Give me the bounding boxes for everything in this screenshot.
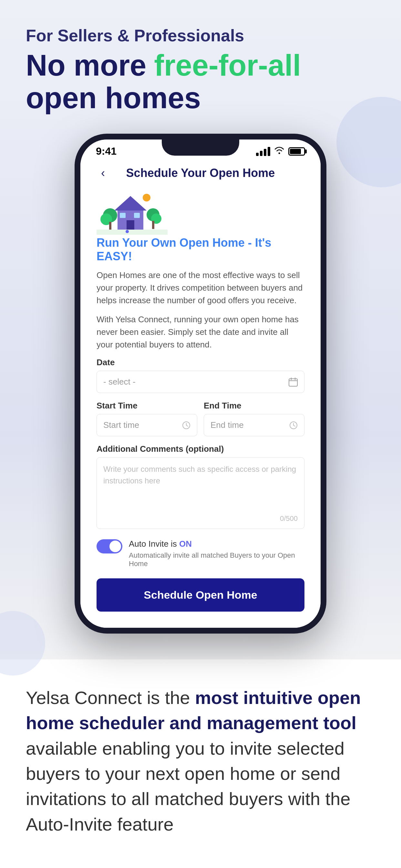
date-placeholder-text: - select - xyxy=(103,377,135,387)
clock-icon-end xyxy=(289,421,298,430)
section-title: Run Your Own Open Home - It's EASY! xyxy=(96,236,305,263)
title-part1: No more xyxy=(26,49,146,82)
svg-marker-2 xyxy=(114,196,147,211)
comments-textarea[interactable]: Write your comments such as specific acc… xyxy=(96,457,305,529)
svg-point-13 xyxy=(126,230,129,233)
signal-bar-4 xyxy=(268,147,270,156)
svg-rect-3 xyxy=(127,220,134,230)
svg-line-20 xyxy=(186,425,188,426)
time-row: Start Time Start time E xyxy=(96,401,305,436)
svg-rect-4 xyxy=(120,213,126,218)
phone-screen: 9:41 xyxy=(81,140,320,627)
description-2: With Yelsa Connect, running your own ope… xyxy=(96,313,305,351)
end-time-placeholder: End time xyxy=(211,420,244,430)
house-illustration xyxy=(96,190,305,236)
nav-title: Schedule Your Open Home xyxy=(126,166,275,180)
bottom-text-plain2: available enabling you to invite selecte… xyxy=(26,738,350,834)
bottom-text: Yelsa Connect is the most intuitive open… xyxy=(26,685,375,837)
clock-icon-start xyxy=(182,421,190,430)
toggle-label: Auto Invite is ON xyxy=(129,538,305,550)
status-time: 9:41 xyxy=(96,145,117,157)
page-wrapper: For Sellers & Professionals No more free… xyxy=(0,0,401,868)
header-section: For Sellers & Professionals No more free… xyxy=(0,26,401,114)
back-chevron-icon: ‹ xyxy=(101,166,105,180)
svg-rect-5 xyxy=(134,213,140,218)
svg-rect-8 xyxy=(109,222,112,230)
auto-invite-row: Auto Invite is ON Automatically invite a… xyxy=(96,538,305,568)
start-time-placeholder: Start time xyxy=(103,420,139,430)
title-part2: open homes xyxy=(26,82,375,114)
title-highlight: free-for-all xyxy=(154,49,301,82)
signal-bar-1 xyxy=(256,153,258,156)
signal-bar-2 xyxy=(260,151,263,156)
svg-rect-12 xyxy=(96,229,167,235)
end-time-input[interactable]: End time xyxy=(204,414,305,436)
bottom-text-plain1: Yelsa Connect is the xyxy=(26,687,195,708)
svg-rect-11 xyxy=(152,221,154,229)
signal-bar-3 xyxy=(264,149,266,156)
bottom-section: Yelsa Connect is the most intuitive open… xyxy=(0,659,401,868)
end-time-label: End Time xyxy=(204,401,305,411)
phone-outer-shell: 9:41 xyxy=(74,134,327,633)
phone-mockup: 9:41 xyxy=(74,134,327,633)
date-label: Date xyxy=(96,358,305,368)
toggle-knob xyxy=(110,540,121,552)
start-time-label: Start Time xyxy=(96,401,197,411)
toggle-status: ON xyxy=(179,539,192,549)
status-icons xyxy=(256,146,305,157)
start-time-col: Start Time Start time xyxy=(96,401,197,436)
battery-fill xyxy=(290,149,301,154)
auto-invite-toggle[interactable] xyxy=(96,539,122,554)
status-bar: 9:41 xyxy=(81,140,320,160)
description-1: Open Homes are one of the most effective… xyxy=(96,269,305,307)
svg-point-0 xyxy=(143,194,150,202)
toggle-label-text: Auto Invite is xyxy=(129,539,179,549)
toggle-text-block: Auto Invite is ON Automatically invite a… xyxy=(129,538,305,568)
title-line: No more free-for-all xyxy=(26,49,375,82)
calendar-icon xyxy=(289,377,298,386)
back-button[interactable]: ‹ xyxy=(96,166,110,180)
toggle-sub-text: Automatically invite all matched Buyers … xyxy=(129,551,305,568)
app-content: ‹ Schedule Your Open Home xyxy=(81,160,320,627)
char-count: 0/500 xyxy=(103,515,298,523)
date-input[interactable]: - select - xyxy=(96,371,305,393)
battery-icon xyxy=(288,147,305,156)
schedule-button[interactable]: Schedule Open Home xyxy=(96,578,305,612)
nav-bar: ‹ Schedule Your Open Home xyxy=(96,160,305,190)
comments-placeholder: Write your comments such as specific acc… xyxy=(103,463,298,512)
svg-rect-14 xyxy=(289,379,297,386)
subtitle: For Sellers & Professionals xyxy=(26,26,375,45)
svg-line-23 xyxy=(294,425,295,426)
signal-icon xyxy=(256,147,270,156)
notch xyxy=(162,140,239,156)
end-time-col: End Time End time xyxy=(204,401,305,436)
wifi-icon xyxy=(274,146,284,157)
comments-label: Additional Comments (optional) xyxy=(96,444,305,454)
start-time-input[interactable]: Start time xyxy=(96,414,197,436)
